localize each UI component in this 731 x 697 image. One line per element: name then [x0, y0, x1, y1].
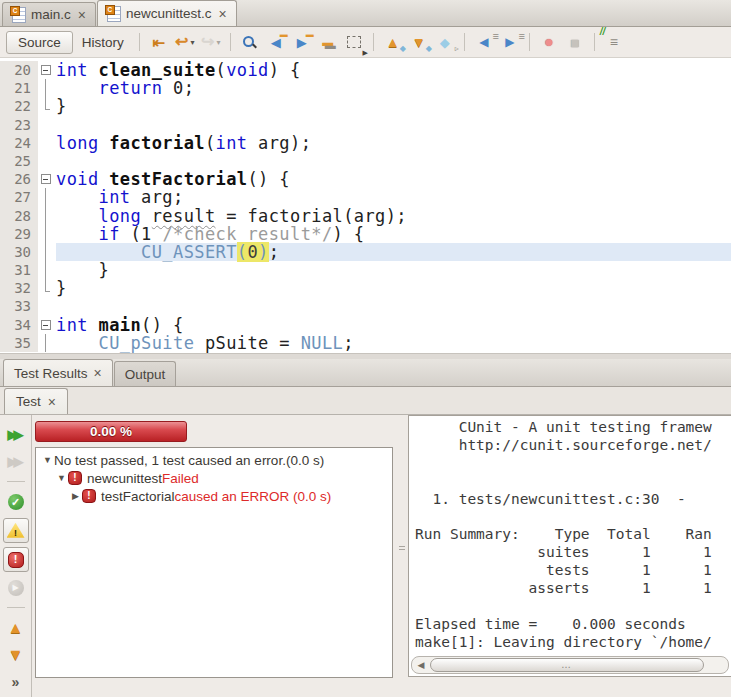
- output-line: Elapsed time = 0.000 seconds: [415, 616, 731, 634]
- fold-margin: [38, 97, 56, 115]
- toggle-bookmark-button[interactable]: ◆▹: [434, 31, 456, 53]
- expand-open-icon[interactable]: ▼: [41, 455, 54, 465]
- code-line: 21 return 0;: [0, 79, 731, 97]
- record-macro-button[interactable]: ●: [538, 31, 560, 53]
- show-errors-button[interactable]: !: [3, 547, 29, 572]
- fold-toggle-icon[interactable]: [38, 170, 56, 188]
- next-failure-button[interactable]: ▼: [4, 644, 28, 667]
- previous-bookmark-button[interactable]: ▲◆: [382, 31, 404, 53]
- rerun-tests-button[interactable]: ▶▶: [4, 423, 28, 446]
- find-previous-button[interactable]: ◀▬: [265, 31, 287, 53]
- previous-failure-button[interactable]: ▲: [4, 616, 28, 639]
- fold-margin: [38, 116, 56, 134]
- fold-margin: [38, 297, 56, 315]
- code-token: void: [226, 60, 269, 80]
- back-button[interactable]: ↩▾: [174, 31, 196, 53]
- stop-macro-button[interactable]: ■: [564, 31, 586, 53]
- shift-right-icon: ▶: [505, 36, 514, 48]
- expand-open-icon[interactable]: ▼: [55, 473, 68, 483]
- code-token: result: [152, 206, 216, 226]
- find-next-button[interactable]: ▶▬: [291, 31, 313, 53]
- output-line: [415, 598, 731, 616]
- test-tree-row[interactable]: ▶!testFactorial caused an ERROR (0.0 s): [36, 487, 392, 505]
- shift-left-button[interactable]: ◀≡: [473, 31, 495, 53]
- code-text: if (1 /*check result*/) {: [56, 225, 731, 243]
- close-icon[interactable]: ×: [48, 395, 56, 409]
- close-icon[interactable]: ×: [94, 366, 102, 380]
- code-token: ): [258, 242, 269, 262]
- code-editor[interactable]: 20int clean_suite(void) {21 return 0;22}…: [0, 58, 731, 353]
- tab-test-results[interactable]: Test Results×: [3, 359, 113, 386]
- code-token: arg;: [130, 187, 183, 207]
- down-arrow-icon: ▼: [8, 647, 24, 663]
- show-failed-button[interactable]: !: [3, 518, 29, 543]
- source-button[interactable]: Source: [6, 31, 73, 54]
- tab-main.c[interactable]: Cmain.c×: [2, 2, 96, 26]
- show-passed-button[interactable]: ✓: [4, 490, 28, 513]
- code-token: CU_pSuite: [99, 333, 195, 353]
- tab-label: newcunittest.c: [126, 6, 212, 21]
- toggle-highlight-search-button[interactable]: ▬▬: [317, 31, 339, 53]
- scrollbar-thumb[interactable]: …: [430, 658, 704, 672]
- c-badge: C: [10, 6, 20, 16]
- code-token: [56, 224, 99, 244]
- close-icon[interactable]: ×: [219, 7, 227, 21]
- output-line: asserts 1 1: [415, 580, 731, 598]
- code-token: ;: [269, 242, 280, 262]
- previous-bookmark-icon: ▲: [386, 35, 400, 49]
- close-icon[interactable]: ×: [78, 8, 86, 22]
- panel-splitter[interactable]: [396, 415, 408, 697]
- line-number: 31: [0, 261, 38, 279]
- code-token: void: [56, 169, 99, 189]
- code-text: }: [56, 261, 731, 279]
- code-token: testFactorial: [109, 169, 247, 189]
- tab-newcunittest.c[interactable]: Cnewcunittest.c×: [97, 0, 237, 26]
- line-number: 28: [0, 207, 38, 225]
- dropdown-caret-icon: ▾: [190, 38, 194, 47]
- line-number: 20: [0, 61, 38, 79]
- last-edit-button[interactable]: ⇤: [148, 31, 170, 53]
- code-line: 32}: [0, 279, 731, 297]
- code-token: NULL: [301, 333, 344, 353]
- show-aborted-button: ▶: [4, 576, 28, 599]
- code-line: 30 CU_ASSERT(0);: [0, 243, 731, 261]
- history-button[interactable]: History: [73, 31, 133, 54]
- line-number: 34: [0, 316, 38, 334]
- code-token: [99, 169, 110, 189]
- code-line: 34int main() {: [0, 316, 731, 334]
- expand-closed-icon[interactable]: ▶: [69, 491, 82, 501]
- code-text: return 0;: [56, 79, 731, 97]
- more-buttons[interactable]: »: [4, 671, 28, 694]
- comment-button[interactable]: ≡//: [603, 31, 625, 53]
- scroll-left-arrow-icon[interactable]: ◀: [412, 660, 430, 670]
- output-line: make[1]: Leaving directory `/home/: [415, 634, 731, 652]
- editor-toolbar-icons: ⇤↩▾↪▾◀▬▶▬▬▬▶▲◆▼◆◆▹◀≡▶≡●■≡//: [146, 31, 627, 53]
- test-tree-pane: 0.00 % ▼No test passed, 1 test caused an…: [32, 415, 396, 697]
- code-text: [56, 297, 731, 315]
- find-selection-button[interactable]: [239, 31, 261, 53]
- c-badge: C: [105, 5, 115, 15]
- next-bookmark-button[interactable]: ▼◆: [408, 31, 430, 53]
- aborted-icon: ▶: [8, 580, 24, 596]
- test-tree-row[interactable]: ▼No test passed, 1 test caused an error.…: [36, 451, 392, 469]
- code-line: 22}: [0, 97, 731, 115]
- tab-output[interactable]: Output: [114, 361, 177, 386]
- tab-label: main.c: [31, 7, 71, 22]
- test-result-tree[interactable]: ▼No test passed, 1 test caused an error.…: [35, 447, 393, 678]
- code-text: int clean_suite(void) {: [56, 61, 731, 79]
- code-line: 23: [0, 116, 731, 134]
- shift-right-button[interactable]: ▶≡: [499, 31, 521, 53]
- code-token: (: [237, 242, 248, 262]
- rerun-failed-icon: ▶▶: [8, 455, 24, 468]
- test-tree-row[interactable]: ▼!newcunittest Failed: [36, 469, 392, 487]
- fold-toggle-icon[interactable]: [38, 316, 56, 334]
- rectangular-selection-button[interactable]: ▶: [343, 31, 365, 53]
- tab-test[interactable]: Test ×: [4, 388, 68, 414]
- code-token: 0: [247, 242, 258, 262]
- fold-toggle-icon[interactable]: [38, 61, 56, 79]
- code-text: CU_ASSERT(0);: [56, 243, 731, 261]
- output-h-scrollbar[interactable]: ◀ …: [411, 656, 729, 674]
- output-console[interactable]: CUnit - A unit testing framew http://cun…: [409, 416, 731, 656]
- code-token: [56, 78, 99, 98]
- stop-macro-icon: ■: [570, 35, 579, 50]
